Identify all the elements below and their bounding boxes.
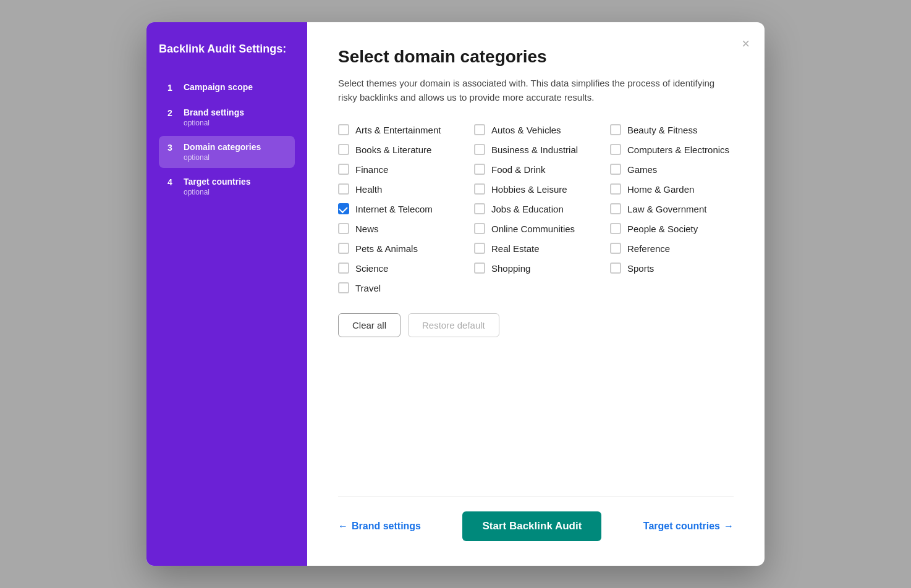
category-label-autos: Autos & Vehicles [491, 125, 561, 135]
page-description: Select themes your domain is associated … [338, 77, 734, 104]
sidebar-item-label: Brand settings [184, 107, 244, 117]
category-checkbox-reference[interactable] [610, 243, 621, 254]
category-item-health[interactable]: Health [338, 183, 462, 195]
category-label-hobbies: Hobbies & Leisure [491, 184, 567, 195]
category-checkbox-hobbies[interactable] [474, 183, 485, 195]
category-label-people: People & Society [627, 224, 698, 234]
clear-all-button[interactable]: Clear all [338, 313, 400, 337]
category-item-computers[interactable]: Computers & Electronics [610, 144, 734, 155]
category-checkbox-internet[interactable] [338, 203, 349, 214]
next-label: Target countries [643, 521, 720, 532]
category-item-arts[interactable]: Arts & Entertainment [338, 124, 462, 135]
category-item-beauty[interactable]: Beauty & Fitness [610, 124, 734, 135]
back-button[interactable]: ← Brand settings [338, 521, 421, 532]
sidebar-item-domain-categories[interactable]: 3 Domain categories optional [159, 136, 295, 168]
category-item-business[interactable]: Business & Industrial [474, 144, 598, 155]
category-label-sports: Sports [627, 263, 654, 274]
category-label-beauty: Beauty & Fitness [627, 125, 697, 135]
close-button[interactable]: × [739, 35, 752, 53]
category-item-sports[interactable]: Sports [610, 262, 734, 274]
start-audit-button[interactable]: Start Backlink Audit [462, 511, 601, 541]
category-label-science: Science [355, 263, 388, 274]
category-label-home: Home & Garden [627, 184, 694, 195]
modal: Backlink Audit Settings: 1 Campaign scop… [146, 22, 765, 566]
category-checkbox-arts[interactable] [338, 124, 349, 135]
next-button[interactable]: Target countries → [643, 521, 734, 532]
sidebar-item-label: Domain categories [184, 142, 261, 152]
category-label-food: Food & Drink [491, 164, 546, 175]
sidebar-item-label: Campaign scope [184, 82, 253, 92]
category-label-computers: Computers & Electronics [627, 145, 729, 155]
category-item-science[interactable]: Science [338, 262, 462, 274]
category-item-hobbies[interactable]: Hobbies & Leisure [474, 183, 598, 195]
category-label-travel: Travel [355, 283, 381, 293]
sidebar-item-brand-settings[interactable]: 2 Brand settings optional [159, 101, 295, 133]
category-item-jobs[interactable]: Jobs & Education [474, 203, 598, 214]
footer-navigation: ← Brand settings Start Backlink Audit Ta… [338, 496, 734, 541]
category-checkbox-realestate[interactable] [474, 243, 485, 254]
category-label-pets: Pets & Animals [355, 243, 418, 254]
sidebar-item-sublabel: optional [184, 153, 261, 162]
category-checkbox-home[interactable] [610, 183, 621, 195]
category-checkbox-news[interactable] [338, 223, 349, 234]
category-item-reference[interactable]: Reference [610, 243, 734, 254]
category-item-pets[interactable]: Pets & Animals [338, 243, 462, 254]
category-item-food[interactable]: Food & Drink [474, 164, 598, 175]
category-checkbox-travel[interactable] [338, 282, 349, 293]
category-item-finance[interactable]: Finance [338, 164, 462, 175]
category-checkbox-health[interactable] [338, 183, 349, 195]
arrow-left-icon: ← [338, 521, 348, 532]
category-checkbox-law[interactable] [610, 203, 621, 214]
category-item-realestate[interactable]: Real Estate [474, 243, 598, 254]
sidebar: Backlink Audit Settings: 1 Campaign scop… [146, 22, 307, 566]
category-item-online[interactable]: Online Communities [474, 223, 598, 234]
category-label-news: News [355, 224, 379, 234]
category-item-home[interactable]: Home & Garden [610, 183, 734, 195]
category-checkbox-food[interactable] [474, 164, 485, 175]
restore-default-button[interactable]: Restore default [408, 313, 499, 337]
category-checkbox-finance[interactable] [338, 164, 349, 175]
category-checkbox-online[interactable] [474, 223, 485, 234]
sidebar-item-number: 4 [167, 177, 177, 187]
category-checkbox-autos[interactable] [474, 124, 485, 135]
category-item-shopping[interactable]: Shopping [474, 262, 598, 274]
category-label-jobs: Jobs & Education [491, 204, 564, 214]
category-label-reference: Reference [627, 243, 670, 254]
category-label-arts: Arts & Entertainment [355, 125, 441, 135]
category-item-games[interactable]: Games [610, 164, 734, 175]
category-checkbox-people[interactable] [610, 223, 621, 234]
sidebar-item-target-countries[interactable]: 4 Target countries optional [159, 170, 295, 203]
category-item-people[interactable]: People & Society [610, 223, 734, 234]
sidebar-item-campaign-scope[interactable]: 1 Campaign scope [159, 76, 295, 99]
category-label-shopping: Shopping [491, 263, 530, 274]
category-item-books[interactable]: Books & Literature [338, 144, 462, 155]
sidebar-title: Backlink Audit Settings: [159, 42, 295, 56]
category-label-internet: Internet & Telecom [355, 204, 433, 214]
arrow-right-icon: → [724, 521, 734, 532]
sidebar-item-number: 1 [167, 82, 177, 93]
main-content: × Select domain categories Select themes… [307, 22, 765, 566]
category-checkbox-shopping[interactable] [474, 262, 485, 274]
category-item-law[interactable]: Law & Government [610, 203, 734, 214]
modal-overlay: Backlink Audit Settings: 1 Campaign scop… [0, 0, 911, 588]
category-checkbox-beauty[interactable] [610, 124, 621, 135]
page-title: Select domain categories [338, 47, 734, 67]
category-checkbox-pets[interactable] [338, 243, 349, 254]
category-checkbox-computers[interactable] [610, 144, 621, 155]
categories-grid: Arts & Entertainment Autos & Vehicles Be… [338, 124, 734, 293]
category-label-games: Games [627, 164, 657, 175]
category-item-autos[interactable]: Autos & Vehicles [474, 124, 598, 135]
category-checkbox-games[interactable] [610, 164, 621, 175]
category-checkbox-business[interactable] [474, 144, 485, 155]
category-label-realestate: Real Estate [491, 243, 540, 254]
category-checkbox-jobs[interactable] [474, 203, 485, 214]
category-checkbox-sports[interactable] [610, 262, 621, 274]
category-checkbox-science[interactable] [338, 262, 349, 274]
sidebar-item-sublabel: optional [184, 119, 244, 127]
category-label-business: Business & Industrial [491, 145, 578, 155]
category-item-news[interactable]: News [338, 223, 462, 234]
category-item-internet[interactable]: Internet & Telecom [338, 203, 462, 214]
category-checkbox-books[interactable] [338, 144, 349, 155]
category-item-travel[interactable]: Travel [338, 282, 462, 293]
action-buttons: Clear all Restore default [338, 313, 734, 337]
